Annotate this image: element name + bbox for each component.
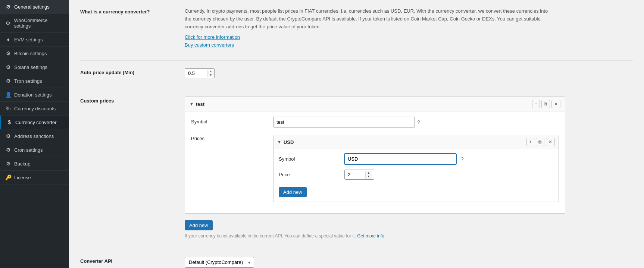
auto-price-spin: ▲ ▼ <box>207 70 214 77</box>
price-spin-down[interactable]: ▼ <box>366 175 372 179</box>
symbol-field-value: ? <box>273 117 559 127</box>
auto-price-label: Auto price update (Min) <box>80 68 185 75</box>
sidebar-icon-cron-settings: ⚙ <box>5 147 11 153</box>
sidebar-item-currency-converter[interactable]: $Currency converter <box>0 116 69 129</box>
auto-price-input-wrap: ▲ ▼ <box>185 68 215 78</box>
sidebar-label-currency-discounts: Currency discounts <box>14 106 56 111</box>
auto-price-section: Auto price update (Min) ▲ ▼ <box>80 68 633 78</box>
sidebar-item-currency-discounts[interactable]: %Currency discounts <box>0 102 69 116</box>
sidebar-label-backup: Backup <box>14 161 30 167</box>
custom-prices-section: Custom prices ▼ test + ⧉ ✕ Symbol <box>80 97 633 239</box>
usd-panel-add-btn[interactable]: + <box>526 138 534 146</box>
sidebar-icon-bitcoin-settings: ⚙ <box>5 50 11 56</box>
auto-price-spin-down[interactable]: ▼ <box>208 73 214 77</box>
sidebar-label-evm-settings: EVM settings <box>14 37 43 42</box>
usd-symbol-label: Symbol <box>279 156 338 162</box>
what-is-section: What is a currency converter? Currently,… <box>80 7 633 50</box>
outer-panel: ▼ test + ⧉ ✕ Symbol ? <box>185 97 565 214</box>
sidebar-item-solana-settings[interactable]: ⚙Solana settings <box>0 60 69 74</box>
sidebar-label-donation-settings: Donation settings <box>14 92 51 98</box>
auto-price-content: ▲ ▼ <box>185 68 633 78</box>
buy-custom-link[interactable]: Buy custom converters <box>185 42 633 48</box>
prices-field-value: ▼ USD + ⧉ ✕ <box>273 133 559 202</box>
sidebar-icon-address-sanctions: ⚙ <box>5 133 11 139</box>
converter-api-select-wrap: Default (CryptoCompare)CoinMarketCapCoin… <box>185 257 254 268</box>
help-text: If your currency is not available in the… <box>185 233 633 239</box>
price-spin-up[interactable]: ▲ <box>366 171 372 175</box>
outer-panel-body: Symbol ? Prices ▼ <box>185 111 565 213</box>
click-for-more-link[interactable]: Click for more information <box>185 34 633 40</box>
sidebar-item-donation-settings[interactable]: 👤Donation settings <box>0 88 69 102</box>
sidebar-item-evm-settings[interactable]: ♦EVM settings <box>0 33 69 47</box>
sidebar-item-backup[interactable]: ⚙Backup <box>0 157 69 171</box>
what-is-label: What is a currency converter? <box>80 7 185 15</box>
converter-api-select[interactable]: Default (CryptoCompare)CoinMarketCapCoin… <box>185 257 254 268</box>
sidebar-item-cron-settings[interactable]: ⚙Cron settings <box>0 143 69 157</box>
symbol-help-icon: ? <box>417 119 420 125</box>
what-is-description: Currently, in crypto payments, most peop… <box>185 7 550 31</box>
usd-collapse-arrow[interactable]: ▼ <box>277 140 281 144</box>
sidebar-label-address-sanctions: Address sanctions <box>14 133 54 139</box>
prices-field-row: Prices ▼ USD + ⧉ ✕ <box>191 133 559 202</box>
price-label: Price <box>279 172 338 177</box>
sidebar-item-license[interactable]: 🔑License <box>0 171 69 185</box>
usd-panel-title: USD <box>284 139 526 145</box>
usd-panel-copy-btn[interactable]: ⧉ <box>536 138 544 146</box>
price-input[interactable] <box>345 170 365 179</box>
converter-api-section: Converter API Default (CryptoCompare)Coi… <box>80 257 633 268</box>
sidebar-label-general-settings: General settings <box>14 4 50 10</box>
sidebar-item-woocommerce-settings[interactable]: ⚙WooCommerce settings <box>0 14 69 33</box>
sidebar-icon-license: 🔑 <box>5 174 11 180</box>
custom-prices-label: Custom prices <box>80 97 185 104</box>
outer-panel-copy-btn[interactable]: ⧉ <box>541 100 550 108</box>
outer-collapse-arrow[interactable]: ▼ <box>190 102 194 106</box>
usd-sub-panel: ▼ USD + ⧉ ✕ <box>273 135 559 202</box>
symbol-field-label: Symbol <box>191 117 266 124</box>
sidebar-icon-backup: ⚙ <box>5 161 11 167</box>
converter-api-content: Default (CryptoCompare)CoinMarketCapCoin… <box>185 257 633 268</box>
sidebar-icon-tron-settings: ⚙ <box>5 78 11 84</box>
sidebar-label-solana-settings: Solana settings <box>14 64 47 70</box>
what-is-content: Currently, in crypto payments, most peop… <box>185 7 633 50</box>
symbol-field-row: Symbol ? <box>191 117 559 127</box>
sidebar: ⚙General settings⚙WooCommerce settings♦E… <box>0 0 69 268</box>
custom-prices-content: ▼ test + ⧉ ✕ Symbol ? <box>185 97 633 239</box>
usd-symbol-input[interactable] <box>344 154 456 164</box>
prices-field-label: Prices <box>191 133 266 141</box>
sidebar-item-address-sanctions[interactable]: ⚙Address sanctions <box>0 129 69 143</box>
usd-panel-header: ▼ USD + ⧉ ✕ <box>273 135 559 149</box>
auto-price-input[interactable] <box>185 69 207 78</box>
sidebar-icon-general-settings: ⚙ <box>5 4 11 10</box>
price-row: Price ▲ ▼ <box>279 170 553 180</box>
outer-panel-add-btn[interactable]: + <box>532 100 540 108</box>
usd-symbol-row: Symbol ? <box>279 154 553 164</box>
sidebar-label-woocommerce-settings: WooCommerce settings <box>14 18 64 29</box>
sidebar-icon-currency-discounts: % <box>5 105 11 111</box>
sidebar-icon-evm-settings: ♦ <box>5 37 11 42</box>
outer-panel-header: ▼ test + ⧉ ✕ <box>185 97 565 111</box>
sidebar-label-bitcoin-settings: Bitcoin settings <box>14 51 47 56</box>
sidebar-icon-solana-settings: ⚙ <box>5 64 11 70</box>
main-content: What is a currency converter? Currently,… <box>69 0 644 268</box>
get-more-info-link[interactable]: Get more info <box>357 233 384 239</box>
sidebar-item-general-settings[interactable]: ⚙General settings <box>0 0 69 14</box>
sidebar-icon-woocommerce-settings: ⚙ <box>5 20 11 26</box>
sidebar-icon-currency-converter: $ <box>6 119 12 125</box>
price-spin: ▲ ▼ <box>365 171 372 179</box>
outer-add-new-button[interactable]: Add new <box>185 220 213 230</box>
usd-panel-actions: + ⧉ ✕ <box>526 138 555 146</box>
auto-price-spin-up[interactable]: ▲ <box>208 70 214 73</box>
symbol-input[interactable] <box>273 117 415 127</box>
converter-api-label: Converter API <box>80 257 185 264</box>
usd-panel-body: Symbol ? Price <box>273 149 559 202</box>
usd-symbol-field: ? <box>344 154 464 164</box>
usd-panel-close-btn[interactable]: ✕ <box>546 138 555 146</box>
usd-symbol-help-icon: ? <box>461 156 464 162</box>
sidebar-label-license: License <box>14 175 31 180</box>
outer-panel-close-btn[interactable]: ✕ <box>551 100 560 108</box>
sidebar-label-tron-settings: Tron settings <box>14 78 42 84</box>
inner-add-new-button[interactable]: Add new <box>279 187 307 197</box>
sidebar-label-currency-converter: Currency converter <box>15 120 57 125</box>
sidebar-item-bitcoin-settings[interactable]: ⚙Bitcoin settings <box>0 47 69 60</box>
sidebar-item-tron-settings[interactable]: ⚙Tron settings <box>0 74 69 88</box>
